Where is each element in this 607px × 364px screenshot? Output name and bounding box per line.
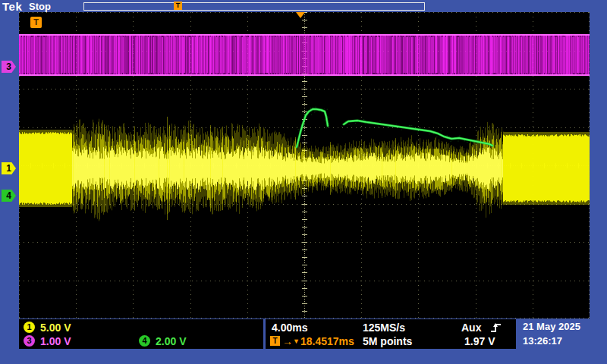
preview-trigger-marker[interactable]: T [174,2,182,10]
timebase-readout: 4.00ms [272,322,307,334]
acquisition-status: Stop [29,1,51,12]
trigger-t-badge: T [270,336,280,346]
ch1-scale: 5.00 V [40,322,71,334]
horizontal-row: 4.00ms 125MS/s Aux [266,321,516,334]
trigger-source-readout: Aux [461,322,481,334]
waveform-canvas[interactable] [19,12,590,318]
date-readout: 21 May 2025 [519,319,604,334]
ch1-badge[interactable]: 1 [24,322,35,333]
record-length-readout: 5M points [363,335,412,347]
ch3-badge[interactable]: 3 [24,335,35,347]
delay-marker-icon: ▼ [293,337,300,345]
ch1-readout-row: 1 5.00 V [19,321,263,334]
waveform-display[interactable]: T [19,12,590,318]
channel-1-marker[interactable]: 1 [2,162,16,174]
channel-readouts-panel[interactable]: 1 5.00 V 3 1.00 V 4 2.00 V [19,319,263,349]
trigger-level-readout: 1.97 V [464,335,495,347]
channel-3-marker[interactable]: 3 [2,61,16,73]
trigger-position-marker[interactable] [296,12,305,18]
ch3-ch4-readout-row: 3 1.00 V 4 2.00 V [19,334,263,348]
ch4-scale: 2.00 V [156,335,186,347]
ch3-scale: 1.00 V [40,335,71,347]
time-readout: 13:26:17 [519,334,604,348]
record-view-bar[interactable]: T [83,2,425,11]
sample-rate-readout: 125MS/s [363,322,405,334]
tek-logo: Tek [2,0,22,13]
oscilloscope-screen: Tek Stop T T 3 1 4 1 5.00 V 3 1.00 V 4 2… [0,0,607,364]
channel-4-marker[interactable]: 4 [2,190,16,202]
trigger-row: T → ▼ 18.4517ms 5M points 1.97 V [266,334,516,348]
trigger-position-readout: 18.4517ms [300,335,354,347]
datetime-panel: 21 May 2025 13:26:17 [519,319,604,349]
horizontal-trigger-panel[interactable]: 4.00ms 125MS/s Aux T → ▼ 18.4517ms 5M po… [266,319,516,349]
ch4-badge[interactable]: 4 [139,335,150,347]
arrow-icon: → [282,335,293,347]
trigger-source-badge[interactable]: T [30,17,42,28]
